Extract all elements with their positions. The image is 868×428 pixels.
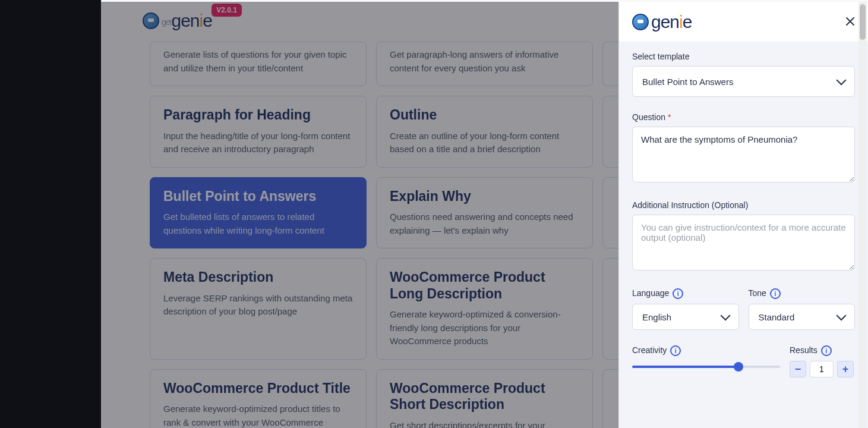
template-side-panel: genie Select template Bullet Point to An… bbox=[618, 2, 868, 428]
panel-header: genie bbox=[619, 2, 868, 42]
window-scrollbar[interactable] bbox=[858, 2, 867, 428]
results-increment-button[interactable]: + bbox=[837, 361, 854, 377]
additional-instruction-input[interactable] bbox=[632, 215, 855, 270]
info-icon[interactable]: i bbox=[673, 288, 683, 299]
results-value-input[interactable] bbox=[810, 361, 834, 377]
required-asterisk: * bbox=[668, 112, 671, 122]
panel-body: Select template Bullet Point to Answers … bbox=[619, 42, 868, 428]
left-dark-sidebar bbox=[0, 0, 101, 428]
additional-instruction-label: Additional Instruction (Optional) bbox=[632, 200, 855, 210]
creativity-slider[interactable] bbox=[632, 361, 780, 373]
language-select[interactable]: English bbox=[632, 304, 739, 330]
template-select[interactable]: Bullet Point to Answers bbox=[632, 66, 855, 97]
tone-label: Tonei bbox=[749, 288, 856, 299]
creativity-label: Creativityi bbox=[632, 345, 780, 356]
panel-brand-logo: genie bbox=[632, 12, 692, 32]
results-label: Resultsi bbox=[790, 345, 855, 356]
results-decrement-button[interactable]: − bbox=[790, 361, 806, 377]
close-icon bbox=[845, 17, 855, 26]
results-stepper: − + bbox=[790, 361, 855, 377]
template-label: Select template bbox=[632, 52, 855, 61]
language-label: Languagei bbox=[632, 288, 739, 299]
info-icon[interactable]: i bbox=[670, 345, 681, 356]
info-icon[interactable]: i bbox=[821, 345, 832, 356]
chevron-down-icon bbox=[720, 310, 730, 320]
chevron-down-icon bbox=[837, 75, 847, 85]
tone-select-value: Standard bbox=[759, 312, 795, 322]
template-select-value: Bullet Point to Answers bbox=[642, 77, 733, 87]
tone-select[interactable]: Standard bbox=[749, 304, 856, 330]
genie-head-icon bbox=[632, 14, 649, 30]
language-select-value: English bbox=[642, 312, 671, 322]
question-label: Question * bbox=[632, 112, 855, 122]
close-button[interactable] bbox=[845, 14, 855, 30]
info-icon[interactable]: i bbox=[770, 288, 781, 299]
question-input[interactable] bbox=[632, 127, 855, 182]
chevron-down-icon bbox=[837, 310, 847, 320]
scrollbar-thumb[interactable] bbox=[860, 4, 866, 40]
